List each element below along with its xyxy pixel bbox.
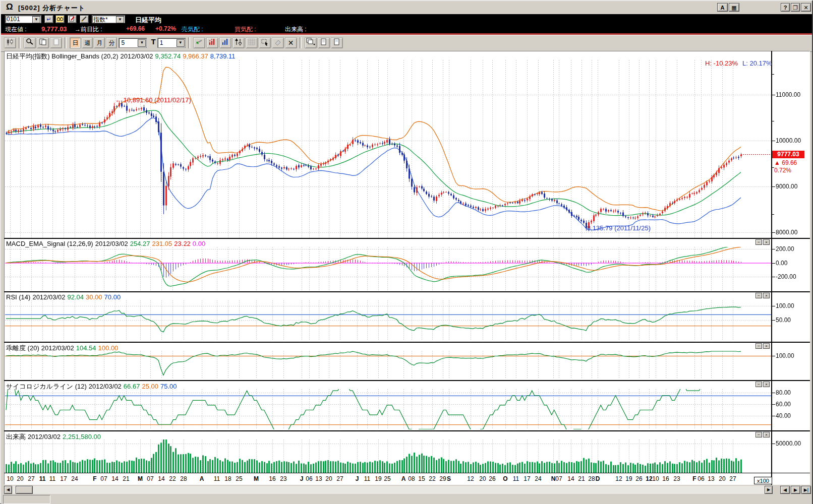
scroll-left-button[interactable]: ◀: [4, 486, 12, 494]
panel-minimize-button[interactable]: −: [756, 432, 762, 437]
day-label: 27: [336, 475, 343, 482]
month-label: F: [93, 475, 96, 482]
month-label: F: [692, 475, 696, 482]
bars-red-icon[interactable]: [206, 37, 218, 48]
grid-icon[interactable]: [246, 37, 258, 48]
t-label: T: [151, 37, 155, 46]
main-chart-date: 2012/03/02: [121, 52, 153, 60]
page-next-button[interactable]: ▶: [791, 486, 800, 494]
panel-close-button[interactable]: ×: [763, 382, 770, 387]
restore-button[interactable]: ❐: [791, 3, 800, 12]
horizontal-scrollbar[interactable]: ◀ ▶: [4, 486, 773, 494]
month-label: 11: [39, 475, 46, 482]
bars-blue-icon[interactable]: [219, 37, 231, 48]
day-label: 20: [325, 475, 332, 482]
day-label: 20: [17, 475, 23, 482]
select-icon[interactable]: [259, 37, 271, 48]
volume-chart[interactable]: [5, 439, 771, 473]
price-axis-line: [771, 51, 772, 485]
panel-close-button[interactable]: ×: [763, 432, 770, 437]
day-label: 11: [49, 475, 55, 482]
chevron-down-icon[interactable]: ▼: [177, 39, 185, 47]
volume-label: 出来高 :: [285, 25, 307, 34]
eraser-icon[interactable]: [272, 37, 284, 48]
axis-tick: [772, 186, 775, 187]
period-button-週[interactable]: 週: [82, 37, 93, 48]
bid-label: 買気配 :: [235, 25, 256, 34]
macd-chart[interactable]: [5, 247, 771, 290]
style-a-button[interactable]: A: [717, 3, 728, 12]
scrollbar-thumb[interactable]: [16, 486, 33, 494]
day-label: 10: [652, 475, 659, 482]
panel-minimize-button[interactable]: −: [756, 239, 762, 245]
scroll-right-button[interactable]: ▶: [765, 486, 773, 494]
page-last-button[interactable]: ▶|: [801, 486, 811, 494]
month-label: S: [447, 475, 451, 482]
symbol-code-input[interactable]: 0101 ▼: [5, 15, 41, 23]
symbol-bar: 0101 ▼ ↵ 指数* ▼ 日経平均: [1, 14, 812, 24]
psych-value-0: 66.67: [124, 383, 140, 390]
period-button-日[interactable]: 日: [70, 37, 81, 48]
axis-tick: [772, 263, 775, 264]
day-label: 12: [467, 475, 474, 482]
day-label: 07: [100, 475, 107, 482]
panel-minimize-button[interactable]: −: [756, 293, 762, 298]
rsi-value-1: 30.00: [86, 293, 102, 301]
panel-minimize-button[interactable]: −: [756, 343, 762, 349]
panel-close-button[interactable]: ×: [763, 239, 770, 245]
kairi-value-1: 100.00: [98, 344, 119, 352]
main-price-chart[interactable]: [5, 60, 771, 238]
panel-separator: [4, 342, 810, 343]
report-page-icon[interactable]: [331, 37, 343, 48]
month-label: J: [356, 475, 359, 482]
volume-multiplier-label: x100: [754, 477, 772, 484]
day-label: 23: [280, 475, 286, 482]
rsi-chart[interactable]: [5, 300, 771, 341]
day-label: 27: [729, 475, 736, 482]
trendline-icon[interactable]: [193, 37, 205, 48]
help-button[interactable]: ?: [781, 3, 790, 12]
panel-minimize-button[interactable]: −: [756, 382, 762, 387]
kairi-chart[interactable]: [5, 351, 771, 379]
chevron-down-icon[interactable]: ▼: [116, 16, 124, 23]
edit-button[interactable]: [68, 15, 77, 23]
app-window: Ω [5002] 分析チャート A▦?❐✕ 0101 ▼ ↵ 指数* ▼ 日経平…: [0, 0, 813, 504]
day-label: 06: [698, 475, 704, 482]
copy-page-icon[interactable]: [37, 37, 49, 48]
day-label: 14: [111, 475, 118, 482]
period-button-分[interactable]: 分: [106, 37, 117, 48]
axis-tick: [772, 277, 775, 277]
quote-bar: 現在値 : 9,777.03 →前日比 : +69.66 +0.72% 売気配 …: [1, 24, 812, 33]
day-label: 20: [719, 475, 725, 482]
psychological-line-chart[interactable]: [5, 389, 771, 429]
chevron-down-icon[interactable]: ▼: [32, 16, 40, 23]
psych-value-1: 25.00: [142, 383, 158, 390]
cascade-windows-icon[interactable]: [305, 37, 317, 48]
toolbar-separator: [188, 37, 190, 48]
day-label: 16: [662, 475, 669, 482]
panel-close-button[interactable]: ×: [763, 343, 770, 349]
updown-arrows-icon[interactable]: [233, 37, 245, 48]
draw-button[interactable]: [80, 15, 89, 23]
search-button[interactable]: [55, 15, 65, 23]
chevron-down-icon[interactable]: ▼: [138, 39, 146, 47]
axis-tick: [772, 320, 775, 321]
delete-x-icon[interactable]: ✕: [285, 37, 297, 48]
period-button-月[interactable]: 月: [94, 37, 105, 48]
page-prev-button[interactable]: ◀: [780, 486, 790, 494]
panel-separator: [4, 238, 810, 239]
minutes-select[interactable]: 5▼: [119, 38, 147, 48]
panel-close-button[interactable]: ×: [763, 293, 770, 298]
enter-button[interactable]: ↵: [44, 15, 53, 23]
axis-tick: [772, 393, 775, 393]
close-button[interactable]: ✕: [801, 3, 811, 12]
window-grid-button[interactable]: ▦: [729, 3, 739, 12]
candlestick-chart-icon[interactable]: [4, 37, 16, 48]
zoom-icon[interactable]: [24, 37, 36, 48]
page-icon[interactable]: [50, 37, 62, 48]
category-select[interactable]: 指数* ▼: [92, 15, 125, 23]
new-page-icon[interactable]: [318, 37, 330, 48]
title-bar[interactable]: Ω [5002] 分析チャート A▦?❐✕: [1, 1, 812, 15]
t-interval-select[interactable]: 1▼: [157, 38, 186, 48]
day-label: 12: [615, 475, 622, 482]
